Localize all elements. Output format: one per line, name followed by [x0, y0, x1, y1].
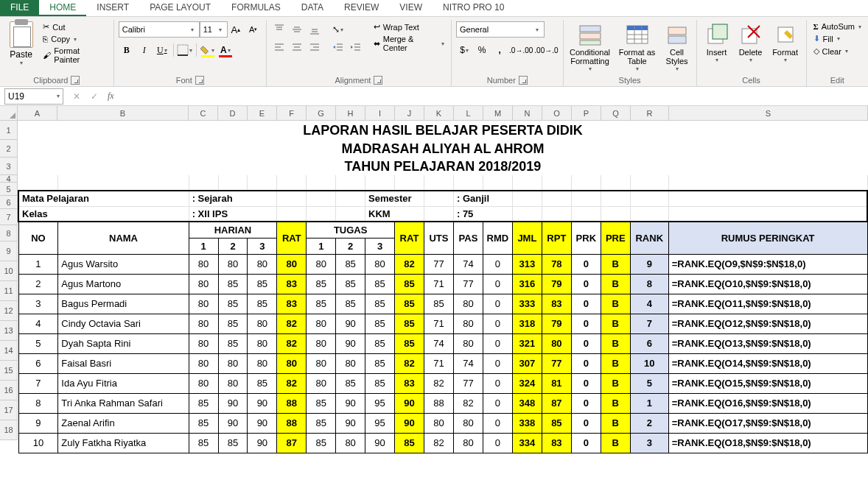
cell[interactable]: PRE — [601, 222, 630, 254]
cell[interactable] — [668, 175, 867, 191]
cell[interactable]: B — [601, 393, 630, 413]
cell[interactable]: 80 — [248, 353, 277, 373]
tab-file[interactable]: FILE — [0, 0, 39, 16]
cell[interactable]: 85 — [218, 314, 248, 333]
cell[interactable]: 79 — [542, 274, 571, 294]
cell[interactable]: NO — [18, 222, 58, 254]
dialog-launcher[interactable] — [195, 76, 204, 85]
cell[interactable]: 8 — [18, 393, 58, 413]
align-center-button[interactable] — [289, 39, 305, 55]
cell[interactable]: 316 — [512, 274, 542, 294]
row-header[interactable]: 6 — [0, 196, 18, 209]
dialog-launcher[interactable] — [519, 76, 528, 85]
cell[interactable]: 1 — [630, 393, 668, 413]
row-header[interactable]: 4 — [0, 175, 18, 183]
cell[interactable]: 85 — [365, 333, 395, 353]
cell[interactable]: 85 — [365, 294, 395, 314]
row-header[interactable]: 10 — [0, 261, 18, 281]
dialog-launcher[interactable] — [374, 76, 382, 85]
insert-cells-button[interactable]: Insert▾ — [701, 21, 732, 65]
cell[interactable] — [630, 175, 668, 191]
format-painter-button[interactable]: 🖌Format Painter — [41, 46, 108, 65]
row-header[interactable]: 16 — [0, 381, 18, 400]
cell[interactable]: B — [601, 314, 630, 333]
align-left-button[interactable] — [271, 39, 287, 55]
cell[interactable]: 1 — [307, 238, 336, 254]
cell[interactable] — [277, 191, 307, 206]
cell[interactable]: 318 — [512, 314, 542, 333]
fill-button[interactable]: ⬇Fill▾ — [811, 33, 864, 44]
column-header[interactable]: B — [57, 106, 189, 121]
cell[interactable]: Tri Anka Rahman Safari — [58, 393, 189, 413]
cell[interactable]: 80 — [365, 254, 395, 274]
increase-font-button[interactable]: A▴ — [228, 21, 244, 38]
cell[interactable]: 85 — [395, 274, 424, 294]
cell[interactable]: 0 — [483, 254, 512, 274]
cell[interactable]: 82 — [424, 373, 453, 393]
column-header[interactable]: F — [277, 106, 307, 121]
cell[interactable] — [571, 206, 601, 222]
accounting-format-button[interactable]: $▾ — [456, 42, 472, 58]
cell[interactable]: 71 — [424, 314, 453, 333]
cell[interactable]: 324 — [512, 373, 542, 393]
cell[interactable]: 2 — [336, 238, 365, 254]
cell[interactable]: 80 — [453, 294, 483, 314]
italic-button[interactable]: I — [136, 42, 153, 58]
column-header[interactable]: I — [365, 106, 395, 121]
cell[interactable]: 0 — [571, 254, 601, 274]
cell[interactable] — [424, 191, 453, 206]
cell[interactable] — [424, 206, 453, 222]
cell[interactable]: 0 — [571, 333, 601, 353]
cell[interactable]: 80 — [307, 333, 336, 353]
cell[interactable]: 5 — [630, 373, 668, 393]
cell[interactable]: 0 — [571, 413, 601, 433]
cell[interactable] — [512, 175, 542, 191]
cell[interactable]: 80 — [453, 433, 483, 453]
cell[interactable]: 9 — [630, 254, 668, 274]
cell[interactable]: =RANK.EQ(O14,$N$9:$N$18,0) — [668, 353, 867, 373]
cell[interactable]: : XII IPS — [189, 206, 277, 222]
cell[interactable] — [601, 191, 630, 206]
cell[interactable]: 71 — [424, 353, 453, 373]
cell[interactable]: 82 — [424, 433, 453, 453]
cell[interactable]: 85 — [336, 254, 365, 274]
cell[interactable]: Kelas — [18, 206, 189, 222]
cell[interactable] — [218, 175, 248, 191]
cell[interactable]: 83 — [277, 294, 307, 314]
cell[interactable]: 78 — [542, 254, 571, 274]
cell[interactable]: 0 — [571, 274, 601, 294]
cell[interactable]: 77 — [453, 274, 483, 294]
cell[interactable]: 85 — [248, 274, 277, 294]
cell[interactable]: Mata Pelajaran — [18, 191, 189, 206]
cell[interactable]: Cindy Octavia Sari — [58, 314, 189, 333]
cell[interactable]: 3 — [248, 238, 277, 254]
cell[interactable]: : 75 — [453, 206, 512, 222]
cell[interactable]: =RANK.EQ(O12,$N$9:$N$18,0) — [668, 314, 867, 333]
percent-format-button[interactable]: % — [474, 42, 490, 58]
row-header[interactable]: 11 — [0, 281, 18, 301]
cell[interactable]: JML — [512, 222, 542, 254]
cell[interactable]: 10 — [18, 433, 58, 453]
cell[interactable]: 85 — [189, 393, 218, 413]
cell[interactable] — [630, 206, 668, 222]
cell[interactable] — [395, 175, 424, 191]
align-right-button[interactable] — [307, 39, 323, 55]
cell[interactable]: 0 — [571, 353, 601, 373]
row-header[interactable]: 8 — [0, 225, 18, 241]
tab-review[interactable]: REVIEW — [334, 0, 389, 16]
cell[interactable] — [571, 175, 601, 191]
cell[interactable] — [668, 191, 867, 206]
cell[interactable]: 6 — [630, 333, 668, 353]
row-header[interactable]: 14 — [0, 341, 18, 361]
cell[interactable]: 82 — [277, 373, 307, 393]
cell[interactable]: 0 — [483, 294, 512, 314]
cell[interactable]: 85 — [395, 333, 424, 353]
cell[interactable]: 90 — [218, 413, 248, 433]
cell[interactable] — [601, 175, 630, 191]
cell[interactable]: Zaenal Arifin — [58, 413, 189, 433]
cell[interactable]: KKM — [365, 206, 424, 222]
merge-center-button[interactable]: ⬌Merge & Center▾ — [371, 34, 447, 53]
cell[interactable]: 85 — [336, 274, 365, 294]
cell[interactable]: Ida Ayu Fitria — [58, 373, 189, 393]
cell[interactable]: 80 — [453, 413, 483, 433]
